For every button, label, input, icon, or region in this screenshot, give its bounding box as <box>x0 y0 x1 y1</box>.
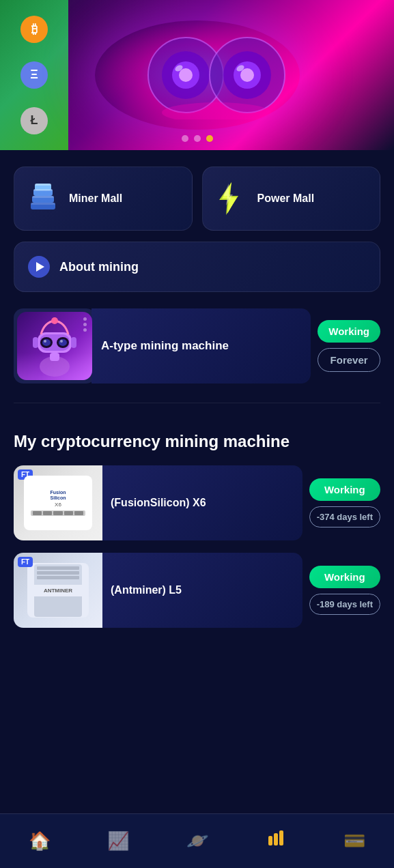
featured-working-badge[interactable]: Working <box>318 320 380 343</box>
miner-mall-icon <box>25 181 61 216</box>
fusionsilicon-model-text: X6 <box>55 502 61 508</box>
antminer-ft-badge: FT <box>18 557 33 567</box>
power-mall-label: Power Mall <box>257 192 315 206</box>
nav-item-home[interactable]: 🏠 <box>0 814 79 868</box>
antminer-info: (Antminer) L5 <box>102 553 302 628</box>
main-content: Miner Mall Power Mall About mining <box>0 167 394 708</box>
featured-machine-card: A-type mining machine Working Forever <box>14 306 380 386</box>
section-divider <box>14 403 380 403</box>
coin-btc: ₿ <box>20 16 48 43</box>
svg-rect-17 <box>32 196 54 198</box>
carousel-dot-3[interactable] <box>206 135 213 142</box>
miner-mall-card[interactable]: Miner Mall <box>14 167 193 231</box>
play-icon <box>36 262 44 272</box>
svg-point-28 <box>59 339 67 346</box>
antminer-top-panel <box>34 564 82 585</box>
nav-item-explore[interactable]: 🪐 <box>158 814 236 868</box>
antminer-row-2 <box>37 571 79 575</box>
svg-point-8 <box>240 68 254 82</box>
fusionsilicon-brand-text: FusionSilicon <box>51 490 66 500</box>
antminer-working-badge[interactable]: Working <box>309 566 380 588</box>
fusionsilicon-days-badge: -374 days left <box>309 506 380 527</box>
coin-eth: Ξ <box>20 61 48 89</box>
antminer-days-badge: -189 days left <box>309 594 380 615</box>
wallet-icon: 💳 <box>343 830 365 852</box>
carousel-robot-eyes <box>141 31 292 119</box>
svg-point-27 <box>42 339 51 346</box>
fusionsilicon-info: (FusionSilicon) X6 <box>102 465 302 540</box>
svg-rect-18 <box>31 203 55 205</box>
machine-item-antminer: FT ANTMINER (Antminer) L5 Working -189 d… <box>14 553 380 628</box>
chart-icon: 📈 <box>107 830 129 852</box>
fusionsilicon-visual: FusionSilicon X6 <box>24 476 92 530</box>
featured-machine-image <box>14 308 96 384</box>
vr-glow <box>17 353 92 380</box>
antminer-row-3 <box>37 576 79 579</box>
section-title-my-machines: My cryptocurrency mining machine <box>14 431 380 452</box>
svg-point-29 <box>44 340 46 343</box>
nav-item-wallet[interactable]: 💳 <box>315 814 394 868</box>
miner-mall-label: Miner Mall <box>69 192 122 206</box>
play-button-circle <box>28 256 50 278</box>
fusionsilicon-status-col: Working -374 days left <box>309 478 380 527</box>
svg-point-31 <box>51 317 58 324</box>
mall-grid: Miner Mall Power Mall <box>14 167 380 231</box>
svg-rect-34 <box>71 337 76 348</box>
featured-forever-badge[interactable]: Forever <box>318 348 380 372</box>
vr-dots <box>83 317 87 332</box>
carousel-dot-2[interactable] <box>194 135 201 142</box>
antminer-row-1 <box>37 566 79 570</box>
about-mining-section[interactable]: About mining <box>14 242 380 292</box>
fusionsilicon-name: (FusionSilicon) X6 <box>111 497 206 509</box>
svg-rect-37 <box>279 830 283 845</box>
carousel-left-thumbnail: ₿ Ξ Ł <box>0 0 68 150</box>
vr-character <box>17 312 92 380</box>
antminer-bottom-panel <box>34 596 82 617</box>
power-mall-icon <box>214 181 249 216</box>
bottom-navigation: 🏠 📈 🪐 💳 <box>0 813 394 868</box>
carousel-dot-1[interactable] <box>182 135 188 142</box>
antminer-visual: ANTMINER <box>27 563 89 618</box>
home-icon: 🏠 <box>29 830 51 852</box>
carousel-dots <box>182 135 213 142</box>
nav-item-chart[interactable]: 📈 <box>79 814 157 868</box>
power-mall-card[interactable]: Power Mall <box>202 167 381 231</box>
antminer-status-col: Working -189 days left <box>309 566 380 615</box>
featured-machine-name: A-type mining machine <box>101 338 229 354</box>
antminer-name: (Antminer) L5 <box>111 584 182 596</box>
mining-icon <box>266 829 285 853</box>
about-mining-label: About mining <box>59 260 139 274</box>
hero-carousel[interactable]: ₿ Ξ Ł <box>0 0 394 150</box>
fusionsilicon-slots <box>31 510 85 516</box>
featured-machine-status-col: Working Forever <box>318 320 380 372</box>
antminer-image: FT ANTMINER <box>14 553 102 628</box>
fusionsilicon-image: FT FusionSilicon X6 <box>14 465 102 540</box>
coin-ltc: Ł <box>20 107 48 134</box>
fusionsilicon-working-badge[interactable]: Working <box>309 478 380 501</box>
machine-item-fusionsilicon: FT FusionSilicon X6 (FusionSilicon) X6 W… <box>14 465 380 540</box>
svg-rect-35 <box>268 836 272 845</box>
nav-item-mining[interactable] <box>236 814 315 868</box>
featured-machine-info: A-type mining machine <box>92 308 311 384</box>
svg-point-30 <box>60 340 63 343</box>
svg-rect-16 <box>33 189 53 191</box>
antminer-brand-text: ANTMINER <box>44 588 72 594</box>
carousel-slide-3: ₿ Ξ Ł <box>0 0 394 150</box>
svg-point-3 <box>179 68 193 82</box>
svg-rect-36 <box>274 833 278 845</box>
svg-rect-15 <box>35 184 51 186</box>
explore-icon: 🪐 <box>186 830 208 852</box>
svg-rect-33 <box>33 337 38 348</box>
